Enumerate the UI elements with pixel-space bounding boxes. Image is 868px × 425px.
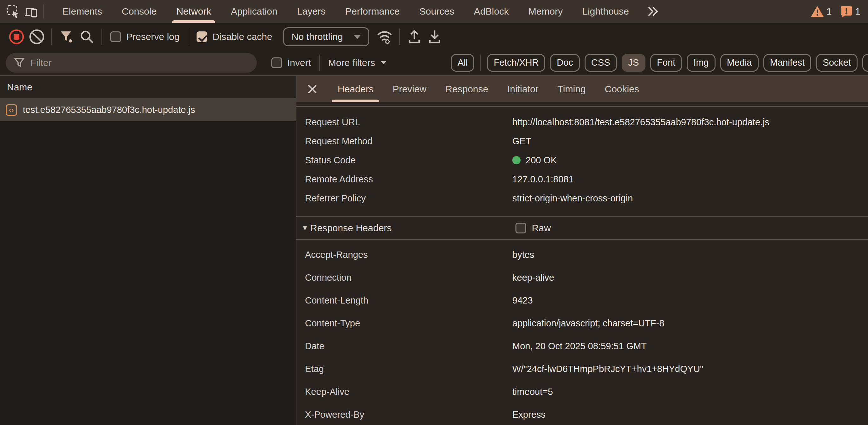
filter-chip-css[interactable]: CSS: [585, 54, 617, 72]
raw-toggle[interactable]: Raw: [516, 223, 551, 234]
response-headers-list: Accept-Ranges bytes Connection keep-aliv…: [297, 240, 868, 425]
filter-chip-manifest[interactable]: Manifest: [764, 54, 812, 72]
header-value: W/"24cf-lwD6THmpPbRJcYT+hv1+8HYdQYU": [512, 364, 703, 374]
header-label: Accept-Ranges: [297, 250, 512, 260]
detail-tab-headers[interactable]: Headers: [328, 76, 383, 102]
network-conditions-button[interactable]: [374, 27, 395, 47]
filter-chip-font[interactable]: Font: [650, 54, 682, 72]
header-label: Etag: [297, 364, 512, 374]
header-label: Connection: [297, 272, 512, 283]
divider: [43, 4, 44, 19]
header-label: Status Code: [297, 155, 512, 165]
divider: [480, 55, 481, 71]
tab-application[interactable]: Application: [221, 0, 287, 23]
close-details-button[interactable]: [297, 76, 328, 102]
header-value: timeout=5: [512, 387, 553, 397]
filter-chip-doc[interactable]: Doc: [550, 54, 580, 72]
devtools-top-bar: Elements Console Network Application Lay…: [0, 0, 868, 24]
header-label: Content-Length: [297, 295, 512, 306]
filter-chip-js[interactable]: JS: [622, 54, 646, 72]
more-filters-label: More filters: [328, 57, 375, 68]
invert-label: Invert: [287, 57, 311, 68]
import-har-button[interactable]: [404, 27, 425, 47]
js-file-icon: ‹›: [6, 104, 17, 116]
general-section: Request URL http://localhost:8081/test.e…: [297, 107, 868, 216]
filter-chip-partial[interactable]: [862, 54, 868, 72]
filter-chip-media[interactable]: Media: [720, 54, 758, 72]
response-headers-section-header[interactable]: ▼ Response Headers Raw: [297, 217, 868, 239]
funnel-icon: [14, 57, 25, 69]
preserve-log-label: Preserve log: [126, 31, 180, 42]
header-value: GET: [512, 136, 531, 147]
status-code-value: 200 OK: [526, 155, 557, 165]
preserve-log-checkbox[interactable]: [110, 31, 121, 42]
warning-badge[interactable]: 1: [811, 5, 832, 18]
more-filters-dropdown[interactable]: More filters: [328, 57, 387, 68]
name-column-header[interactable]: Name: [0, 76, 296, 99]
header-value: strict-origin-when-cross-origin: [512, 193, 633, 204]
status-ok-dot-icon: [512, 156, 521, 164]
tab-memory[interactable]: Memory: [519, 0, 572, 23]
raw-checkbox[interactable]: [516, 223, 526, 234]
disclosure-triangle-icon[interactable]: ▼: [302, 224, 308, 232]
download-icon: [427, 29, 442, 44]
header-value: Mon, 20 Oct 2025 08:59:51 GMT: [512, 341, 647, 352]
header-row: Accept-Ranges bytes: [297, 243, 868, 266]
network-toolbar: Preserve log Disable cache No throttling: [0, 24, 868, 50]
filter-toggle-button[interactable]: [56, 27, 77, 47]
header-label: Remote Address: [297, 174, 512, 185]
tab-adblock[interactable]: AdBlock: [464, 0, 519, 23]
filter-input-wrapper[interactable]: [6, 53, 257, 72]
device-toolbar-button[interactable]: [22, 0, 40, 23]
request-row-selected[interactable]: ‹› test.e582765355aab9780f3c.hot-update.…: [0, 99, 296, 122]
preserve-log-toggle[interactable]: Preserve log: [110, 31, 180, 42]
filter-chip-all[interactable]: All: [451, 54, 474, 72]
panel-tabs: Elements Console Network Application Lay…: [53, 0, 639, 23]
header-row: Referrer Policy strict-origin-when-cross…: [297, 189, 868, 208]
device-toolbar-icon: [24, 4, 39, 19]
header-row: Status Code 200 OK: [297, 151, 868, 170]
issues-badge[interactable]: 1: [840, 5, 860, 18]
header-row: Request URL http://localhost:8081/test.e…: [297, 113, 868, 132]
network-filter-bar: Invert More filters All Fetch/XHR Doc CS…: [0, 50, 868, 76]
detail-tab-response[interactable]: Response: [436, 76, 498, 102]
tab-performance[interactable]: Performance: [335, 0, 410, 23]
clear-network-log-button[interactable]: [27, 27, 47, 47]
more-tabs-button[interactable]: [639, 0, 667, 23]
filter-chip-img[interactable]: Img: [687, 54, 715, 72]
network-main-area: Name ‹› test.e582765355aab9780f3c.hot-up…: [0, 76, 868, 425]
inspect-element-button[interactable]: [4, 0, 22, 23]
header-value: bytes: [512, 250, 534, 260]
tab-sources[interactable]: Sources: [410, 0, 464, 23]
detail-tab-cookies[interactable]: Cookies: [595, 76, 649, 102]
tab-console[interactable]: Console: [112, 0, 166, 23]
header-value: 9423: [512, 295, 533, 306]
header-label: Date: [297, 341, 512, 352]
invert-checkbox[interactable]: [271, 57, 282, 68]
header-value: application/javascript; charset=UTF-8: [512, 318, 664, 329]
filter-input[interactable]: [30, 57, 249, 68]
funnel-icon: [59, 29, 74, 45]
header-value: http://localhost:8081/test.e582765355aab…: [512, 117, 769, 127]
throttling-select[interactable]: No throttling: [283, 27, 369, 46]
divider: [188, 29, 188, 45]
detail-tab-preview[interactable]: Preview: [383, 76, 436, 102]
divider: [319, 55, 320, 71]
header-row: Content-Length 9423: [297, 289, 868, 312]
record-network-log-button[interactable]: [6, 27, 27, 47]
invert-filter-toggle[interactable]: Invert: [271, 57, 311, 68]
tab-network[interactable]: Network: [166, 0, 221, 23]
search-icon: [79, 29, 94, 44]
detail-tab-initiator[interactable]: Initiator: [498, 76, 548, 102]
disable-cache-toggle[interactable]: Disable cache: [196, 31, 272, 42]
disable-cache-checkbox[interactable]: [196, 31, 207, 42]
export-har-button[interactable]: [425, 27, 445, 47]
tab-layers[interactable]: Layers: [287, 0, 335, 23]
search-button[interactable]: [77, 27, 97, 47]
detail-tab-timing[interactable]: Timing: [548, 76, 595, 102]
filter-chip-fetch-xhr[interactable]: Fetch/XHR: [487, 54, 545, 72]
filter-chip-socket[interactable]: Socket: [816, 54, 858, 72]
raw-label: Raw: [532, 223, 551, 234]
tab-elements[interactable]: Elements: [53, 0, 112, 23]
tab-lighthouse[interactable]: Lighthouse: [572, 0, 639, 23]
